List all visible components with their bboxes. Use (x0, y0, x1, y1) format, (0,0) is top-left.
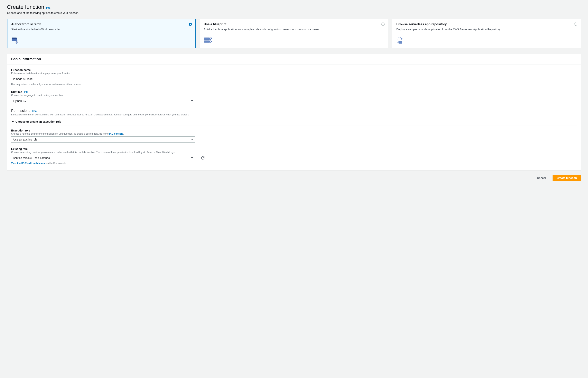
permissions-hint: Lambda will create an execution role wit… (11, 113, 577, 116)
existing-role-field: Existing role Choose an existing role th… (11, 147, 577, 165)
function-name-label: Function name (11, 68, 577, 71)
page-title: Create function (7, 4, 44, 10)
footer-actions: Cancel Create function (7, 175, 581, 181)
runtime-field: Runtime Info Choose the language to use … (11, 90, 577, 104)
caret-down-icon (191, 157, 193, 159)
info-link-permissions[interactable]: Info (32, 110, 37, 112)
svg-rect-1 (12, 38, 17, 39)
radio-icon (574, 23, 577, 26)
scratch-icon (11, 37, 192, 44)
blueprint-icon (204, 37, 384, 44)
repo-icon (396, 37, 577, 44)
refresh-icon (201, 156, 205, 160)
svg-rect-8 (204, 40, 209, 42)
svg-rect-9 (399, 41, 402, 43)
svg-rect-7 (204, 38, 209, 40)
view-role-link[interactable]: View the S3-Read-Lambda role (11, 162, 45, 165)
function-name-hint: Enter a name that describes the purpose … (11, 72, 577, 75)
execution-role-hint: Choose a role that defines the permissio… (11, 133, 577, 135)
execution-role-select[interactable]: Use an existing role (11, 136, 195, 143)
basic-info-header: Basic information (7, 54, 581, 65)
option-use-blueprint[interactable]: Use a blueprint Build a Lambda applicati… (200, 19, 388, 48)
execution-role-label: Execution role (11, 129, 577, 132)
create-function-button[interactable]: Create function (552, 175, 581, 181)
option-desc: Deploy a sample Lambda application from … (396, 28, 577, 32)
option-serverless-repo[interactable]: Browse serverless app repository Deploy … (392, 19, 581, 48)
execution-role-expander[interactable]: Choose or create an execution role (11, 118, 577, 125)
caret-down-icon (191, 100, 193, 102)
info-link-runtime[interactable]: Info (24, 91, 28, 94)
execution-role-field: Execution role Choose a role that define… (11, 129, 577, 143)
info-link-header[interactable]: Info (46, 7, 51, 9)
existing-role-value: service-role/S3-Read-Lambda (13, 156, 50, 160)
permissions-title: Permissions (11, 109, 30, 113)
option-desc: Build a Lambda application from sample c… (204, 28, 384, 32)
runtime-hint: Choose the language to use to write your… (11, 94, 577, 97)
creation-options: Author from scratch Start with a simple … (7, 19, 581, 48)
page-subtitle: Choose one of the following options to c… (7, 11, 581, 14)
existing-role-hint: Choose an existing role that you've crea… (11, 151, 577, 154)
option-author-from-scratch[interactable]: Author from scratch Start with a simple … (7, 19, 196, 48)
expander-label: Choose or create an execution role (15, 120, 61, 123)
option-title: Use a blueprint (204, 23, 384, 26)
refresh-roles-button[interactable] (199, 155, 207, 161)
function-name-constraint: Use only letters, numbers, hyphens, or u… (11, 83, 577, 86)
function-name-input[interactable] (11, 76, 195, 82)
radio-icon (189, 23, 192, 26)
runtime-label: Runtime (11, 90, 22, 94)
basic-info-panel: Basic information Function name Enter a … (7, 54, 581, 170)
option-desc: Start with a simple Hello World example. (11, 28, 192, 32)
existing-role-select[interactable]: service-role/S3-Read-Lambda (11, 155, 195, 161)
triangle-down-icon (12, 121, 14, 122)
option-title: Browse serverless app repository (396, 23, 577, 26)
execution-role-value: Use an existing role (13, 138, 38, 141)
caret-down-icon (191, 139, 193, 140)
option-title: Author from scratch (11, 23, 192, 26)
runtime-value: Python 3.7 (13, 99, 26, 103)
view-role-line: View the S3-Read-Lambda role on the IAM … (11, 162, 577, 165)
runtime-select[interactable]: Python 3.7 (11, 98, 195, 104)
cancel-button[interactable]: Cancel (533, 175, 550, 181)
existing-role-label: Existing role (11, 147, 577, 150)
function-name-field: Function name Enter a name that describe… (11, 68, 577, 86)
iam-console-link[interactable]: IAM console (109, 133, 123, 135)
